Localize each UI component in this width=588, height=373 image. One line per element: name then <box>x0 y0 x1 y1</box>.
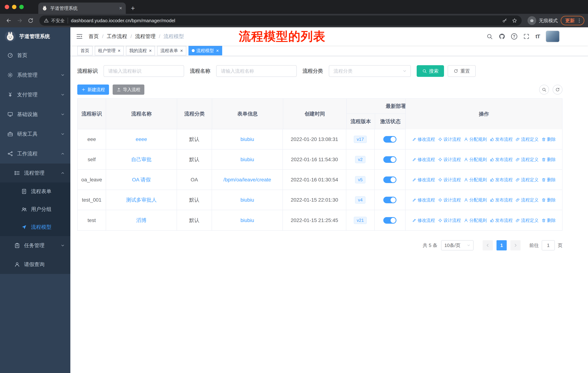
modify-process-link[interactable]: 修改流程 <box>412 157 435 162</box>
design-process-link[interactable]: 设计流程 <box>438 177 461 183</box>
sidebar-item-system-management[interactable]: 系统管理 <box>0 65 70 85</box>
sidebar-item-payment-management[interactable]: 支付管理 <box>0 85 70 105</box>
publish-process-link[interactable]: 发布流程 <box>490 177 513 183</box>
forward-button[interactable] <box>15 15 25 26</box>
tag-tenant-management[interactable]: 租户管理× <box>95 46 124 55</box>
close-icon[interactable]: × <box>216 48 219 53</box>
new-tab-button[interactable]: + <box>131 5 135 12</box>
delete-link[interactable]: 删除 <box>542 136 556 142</box>
minimize-window-button[interactable] <box>12 5 16 9</box>
process-definition-link[interactable]: 流程定义 <box>516 136 539 142</box>
bookmark-star-icon[interactable] <box>512 18 517 23</box>
form-link[interactable]: biubiu <box>241 217 254 223</box>
security-indicator[interactable]: 不安全 <box>44 18 65 24</box>
reset-button[interactable]: 重置 <box>448 65 476 77</box>
process-key-input[interactable] <box>104 65 184 77</box>
publish-process-link[interactable]: 发布流程 <box>490 197 513 203</box>
sidebar-item-leave-query[interactable]: 请假查询 <box>0 255 70 274</box>
sidebar-item-workflow[interactable]: 工作流程 <box>0 144 70 163</box>
process-definition-link[interactable]: 流程定义 <box>516 217 539 223</box>
browser-tab[interactable]: 芋道管理系统 × <box>38 2 126 14</box>
breadcrumb-item[interactable]: 首页 <box>89 33 99 40</box>
search-icon[interactable] <box>486 33 493 40</box>
toggle-search-button[interactable] <box>539 85 549 94</box>
assign-rule-link[interactable]: 分配规则 <box>464 177 487 183</box>
refresh-table-button[interactable] <box>553 85 562 94</box>
tag-home[interactable]: 首页 <box>77 46 93 55</box>
github-icon[interactable] <box>499 33 505 40</box>
create-process-button[interactable]: 新建流程 <box>77 84 109 95</box>
sidebar-item-process-management[interactable]: 流程管理 <box>0 163 70 182</box>
import-process-button[interactable]: 导入流程 <box>113 84 144 95</box>
zoom-window-button[interactable] <box>19 5 24 9</box>
modify-process-link[interactable]: 修改流程 <box>412 217 435 223</box>
modify-process-link[interactable]: 修改流程 <box>412 177 435 183</box>
design-process-link[interactable]: 设计流程 <box>438 217 461 223</box>
prev-page-button[interactable] <box>483 240 493 251</box>
close-icon[interactable]: × <box>118 48 120 53</box>
category-select[interactable]: 流程分类 <box>329 65 411 77</box>
current-page[interactable]: 1 <box>496 240 507 251</box>
password-key-icon[interactable] <box>502 18 507 23</box>
sidebar-item-task-management[interactable]: 任务管理 <box>0 236 70 255</box>
modify-process-link[interactable]: 修改流程 <box>412 136 435 142</box>
process-name-link[interactable]: 滔博 <box>136 217 146 224</box>
process-name-link[interactable]: 测试多审批人 <box>126 197 157 203</box>
sidebar-item-home[interactable]: 首页 <box>0 46 70 65</box>
search-button[interactable]: 搜索 <box>417 65 444 77</box>
tag-process-model[interactable]: 流程模型× <box>189 46 222 55</box>
sidebar-item-infrastructure[interactable]: 基础设施 <box>0 105 70 124</box>
process-definition-link[interactable]: 流程定义 <box>516 197 539 203</box>
assign-rule-link[interactable]: 分配规则 <box>464 157 487 162</box>
design-process-link[interactable]: 设计流程 <box>438 157 461 162</box>
publish-process-link[interactable]: 发布流程 <box>490 217 513 223</box>
active-toggle[interactable] <box>383 217 396 224</box>
active-toggle[interactable] <box>383 176 396 183</box>
process-name-link[interactable]: eeee <box>136 136 147 142</box>
process-definition-link[interactable]: 流程定义 <box>516 157 539 162</box>
user-avatar[interactable] <box>546 30 560 42</box>
process-definition-link[interactable]: 流程定义 <box>516 177 539 183</box>
process-name-input[interactable] <box>216 65 297 77</box>
delete-link[interactable]: 删除 <box>542 177 556 183</box>
active-toggle[interactable] <box>383 136 396 143</box>
browser-update-button[interactable]: 更新 <box>561 16 584 25</box>
active-toggle[interactable] <box>383 197 396 203</box>
publish-process-link[interactable]: 发布流程 <box>490 157 513 162</box>
breadcrumb-item[interactable]: 工作流程 <box>107 33 127 40</box>
modify-process-link[interactable]: 修改流程 <box>412 197 435 203</box>
design-process-link[interactable]: 设计流程 <box>438 136 461 142</box>
active-toggle[interactable] <box>383 156 396 163</box>
close-icon[interactable]: × <box>180 48 183 53</box>
sidebar-item-dev-tools[interactable]: 研发工具 <box>0 124 70 144</box>
tag-process-form[interactable]: 流程表单× <box>157 46 186 55</box>
breadcrumb-item[interactable]: 流程管理 <box>135 33 156 40</box>
form-link[interactable]: /bpm/oa/leave/create <box>223 177 271 183</box>
process-name-link[interactable]: 自己审批 <box>131 156 151 163</box>
delete-link[interactable]: 删除 <box>542 157 556 162</box>
tag-my-process[interactable]: 我的流程× <box>126 46 155 55</box>
fullscreen-icon[interactable] <box>523 33 530 40</box>
help-icon[interactable]: ? <box>511 33 517 40</box>
form-link[interactable]: biubiu <box>241 136 254 142</box>
sidebar-item-user-group[interactable]: 用户分组 <box>0 200 70 218</box>
hamburger-icon[interactable] <box>70 27 89 46</box>
close-icon[interactable]: × <box>149 48 152 53</box>
reload-button[interactable] <box>26 15 36 26</box>
sidebar-item-process-form[interactable]: 流程表单 <box>0 182 70 200</box>
sidebar-item-process-model[interactable]: 流程模型 <box>0 218 70 236</box>
tab-close-icon[interactable]: × <box>119 5 122 11</box>
goto-page-input[interactable] <box>542 240 555 251</box>
next-page-button[interactable] <box>510 240 521 251</box>
form-link[interactable]: biubiu <box>241 197 254 203</box>
publish-process-link[interactable]: 发布流程 <box>490 136 513 142</box>
back-button[interactable] <box>4 15 14 26</box>
delete-link[interactable]: 删除 <box>542 217 556 223</box>
assign-rule-link[interactable]: 分配规则 <box>464 217 487 223</box>
process-name-link[interactable]: OA 请假 <box>132 176 151 183</box>
page-size-select[interactable]: 10条/页 <box>441 240 473 251</box>
assign-rule-link[interactable]: 分配规则 <box>464 197 487 203</box>
close-window-button[interactable] <box>5 5 9 9</box>
delete-link[interactable]: 删除 <box>542 197 556 203</box>
form-link[interactable]: biubiu <box>241 157 254 162</box>
